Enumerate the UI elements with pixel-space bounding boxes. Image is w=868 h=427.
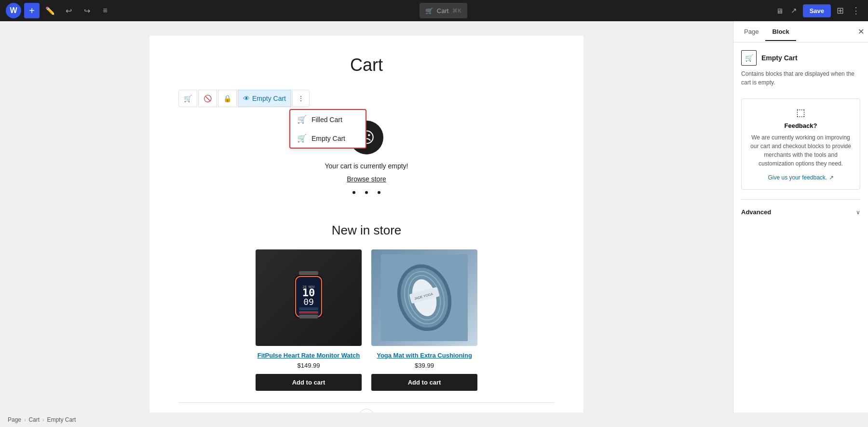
- breadcrumb-current: Empty Cart: [47, 416, 76, 423]
- breadcrumb-sep-1: ›: [24, 417, 26, 423]
- document-title: Cart: [437, 7, 449, 14]
- products-grid: 28 NOV 10 09 FitPulse Heart Rate Monitor…: [178, 249, 555, 391]
- feedback-icon: ⬚: [749, 107, 852, 118]
- empty-cart-label-menu: Empty Cart: [312, 135, 345, 142]
- feedback-text: We are currently working on improving ou…: [749, 133, 852, 168]
- breadcrumb-cart[interactable]: Cart: [28, 416, 40, 423]
- cancel-cart-icon: 🚫: [203, 95, 212, 102]
- add-block-row: +: [178, 402, 555, 413]
- main-layout: Cart 🛒 🚫 🔒 👁 Empty Cart ⋮ 🛒 Filled C: [0, 21, 868, 413]
- browse-store-link[interactable]: Browse store: [347, 175, 386, 183]
- tab-block[interactable]: Block: [765, 23, 796, 41]
- section-title: New in store: [178, 223, 555, 238]
- empty-cart-option[interactable]: 🛒 Empty Cart: [290, 129, 366, 148]
- advanced-header[interactable]: Advanced ∨: [741, 207, 860, 218]
- product-card-watch: 28 NOV 10 09 FitPulse Heart Rate Monitor…: [256, 249, 362, 391]
- watch-product-name[interactable]: FitPulse Heart Rate Monitor Watch: [256, 352, 362, 359]
- yoga-product-price: $39.99: [371, 362, 477, 369]
- svg-rect-10: [299, 315, 318, 318]
- product-image-yoga: JADE YOGA: [371, 249, 477, 346]
- watch-product-price: $149.99: [256, 362, 362, 369]
- document-title-bar[interactable]: 🛒 Cart ⌘K: [420, 3, 467, 18]
- filled-cart-option[interactable]: 🛒 Filled Cart: [290, 110, 366, 129]
- feedback-box: ⬚ Feedback? We are currently working on …: [741, 98, 860, 190]
- wp-logo-icon[interactable]: W: [6, 3, 21, 18]
- block-header: 🛒 Empty Cart: [741, 50, 860, 66]
- top-bar-right: 🖥 ↗ Save ⊞ ⋮: [774, 3, 862, 18]
- empty-cart-message: Your cart is currently empty!: [178, 162, 555, 170]
- advanced-label: Advanced: [741, 208, 771, 216]
- redo-button[interactable]: ↪: [79, 3, 95, 18]
- cancel-cart-button[interactable]: 🚫: [198, 90, 217, 107]
- settings-toggle-button[interactable]: ⊞: [835, 3, 846, 18]
- add-block-button[interactable]: +: [24, 3, 40, 18]
- list-view-button[interactable]: ≡: [97, 3, 113, 18]
- filled-cart-icon: 🛒: [297, 115, 307, 124]
- empty-cart-section: ☹ Your cart is currently empty! Browse s…: [178, 111, 555, 208]
- editor-canvas: Cart 🛒 🚫 🔒 👁 Empty Cart ⋮ 🛒 Filled C: [0, 21, 733, 413]
- svg-rect-9: [299, 311, 318, 314]
- svg-rect-0: [299, 271, 318, 275]
- watch-add-to-cart-button[interactable]: Add to cart: [256, 374, 362, 391]
- advanced-section: Advanced ∨: [741, 199, 860, 218]
- keyboard-shortcut: ⌘K: [452, 8, 461, 14]
- lock-button[interactable]: 🔒: [218, 90, 237, 107]
- external-link-icon: ↗: [829, 174, 834, 181]
- breadcrumb: Page › Cart › Empty Cart: [0, 413, 868, 427]
- block-icon: 🛒: [741, 50, 757, 66]
- top-bar: W + ✏️ ↩ ↪ ≡ 🛒 Cart ⌘K 🖥 ↗ Save ⊞ ⋮: [0, 0, 868, 21]
- yoga-mat-svg: JADE YOGA: [381, 254, 468, 341]
- cart-block-button[interactable]: 🛒: [178, 90, 197, 107]
- empty-cart-view-button[interactable]: 👁 Empty Cart: [238, 90, 291, 107]
- empty-cart-label: Empty Cart: [252, 95, 286, 102]
- top-bar-left: W + ✏️ ↩ ↪ ≡: [6, 3, 113, 18]
- block-description: Contains blocks that are displayed when …: [741, 69, 860, 87]
- panel-body: 🛒 Empty Cart Contains blocks that are di…: [733, 42, 868, 413]
- product-card-yoga: JADE YOGA Yoga Mat with Extra Cushioning…: [371, 249, 477, 391]
- block-toolbar: 🛒 🚫 🔒 👁 Empty Cart ⋮ 🛒 Filled Cart: [178, 90, 555, 107]
- svg-rect-8: [299, 307, 318, 310]
- dot-2: [365, 191, 368, 194]
- tab-page[interactable]: Page: [737, 23, 765, 41]
- right-panel: Page Block ✕ 🛒 Empty Cart Contains block…: [733, 21, 868, 413]
- decorative-dots: [178, 191, 555, 194]
- empty-cart-icon: 🛒: [297, 134, 307, 143]
- breadcrumb-page[interactable]: Page: [8, 416, 21, 423]
- save-button[interactable]: Save: [803, 4, 831, 17]
- page-content: Cart 🛒 🚫 🔒 👁 Empty Cart ⋮ 🛒 Filled C: [149, 36, 583, 413]
- yoga-product-name[interactable]: Yoga Mat with Extra Cushioning: [371, 352, 477, 359]
- new-in-store-section: New in store: [178, 223, 555, 391]
- svg-text:09: 09: [303, 297, 314, 307]
- undo-button[interactable]: ↩: [61, 3, 76, 18]
- panel-close-button[interactable]: ✕: [858, 27, 864, 36]
- edit-button[interactable]: ✏️: [42, 3, 58, 18]
- breadcrumb-sep-2: ›: [42, 417, 44, 423]
- watch-svg: 28 NOV 10 09: [285, 266, 333, 329]
- dot-3: [378, 191, 380, 194]
- dot-1: [353, 191, 355, 194]
- external-link-button[interactable]: ↗: [789, 4, 799, 17]
- block-name: Empty Cart: [761, 54, 798, 62]
- more-options-button[interactable]: ⋮: [292, 90, 310, 107]
- page-title: Cart: [178, 55, 555, 75]
- block-type-dropdown: 🛒 Filled Cart 🛒 Empty Cart: [289, 109, 366, 149]
- filled-cart-label: Filled Cart: [312, 116, 342, 124]
- feedback-title: Feedback?: [749, 122, 852, 129]
- product-image-watch: 28 NOV 10 09: [256, 249, 362, 346]
- options-button[interactable]: ⋮: [850, 3, 862, 18]
- add-block-button-inline[interactable]: +: [359, 409, 374, 413]
- eye-icon: 👁: [243, 95, 250, 102]
- yoga-add-to-cart-button[interactable]: Add to cart: [371, 374, 477, 391]
- desktop-view-button[interactable]: 🖥: [774, 5, 785, 17]
- panel-tabs: Page Block ✕: [733, 21, 868, 42]
- chevron-down-icon: ∨: [856, 209, 860, 216]
- cart-icon-top: 🛒: [425, 7, 433, 14]
- feedback-link[interactable]: Give us your feedback. ↗: [768, 174, 833, 181]
